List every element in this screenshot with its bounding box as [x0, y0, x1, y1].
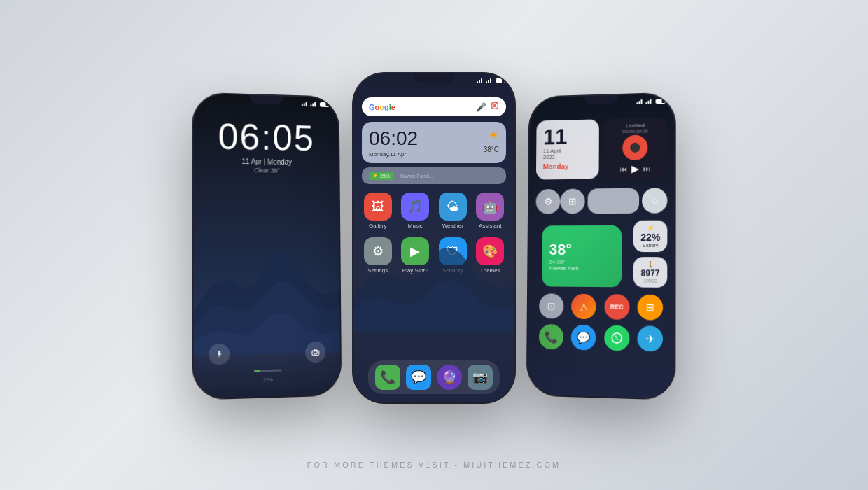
widgets-row3: 38° 24-38° Nawde Park ⚡ 22% Battery 🚶: [528, 217, 675, 287]
lock-weather: Clear 38°: [193, 166, 338, 175]
battery-label: Battery: [643, 243, 658, 248]
widget-month-year: 11 April 2022: [543, 147, 592, 160]
lock-battery-pct: 22%: [263, 377, 273, 382]
weather-icon: 🌤: [439, 192, 467, 220]
wifi-name: Nawde Famil...: [400, 174, 433, 178]
watermark-text: FOR MORE THEMES V1SIT - MIUITHEMEZ.COM: [0, 461, 868, 469]
app-gallery[interactable]: 🖼 Gallery: [362, 192, 394, 229]
app-grid-row1: 🖼 Gallery 🎵 Music 🌤 Weather 🤖 Assistant: [354, 187, 514, 234]
google-search-bar[interactable]: Google 🎤: [362, 97, 506, 116]
dock-messages[interactable]: 💬: [406, 365, 431, 390]
left-phone: 06:05 11 Apr | Monday Clear 38° 22%: [193, 94, 340, 399]
steps-widget: 🚶 8977 10000: [634, 257, 667, 288]
assistant-icon: 🤖: [476, 192, 504, 220]
screen-btn[interactable]: ⊡: [539, 293, 564, 318]
lock-bottom-controls: 22%: [194, 342, 340, 385]
music-label: Music: [408, 223, 423, 229]
home-mountains-bg: [354, 234, 514, 332]
telegram-btn[interactable]: ✈: [638, 326, 664, 351]
app-weather[interactable]: 🌤 Weather: [437, 192, 469, 229]
phone-btn[interactable]: 📞: [539, 324, 564, 350]
music-icon: 🎵: [401, 192, 429, 220]
sun-icon: ☀: [488, 127, 499, 143]
app-music[interactable]: 🎵 Music: [400, 192, 432, 229]
lock-quick-actions: [209, 342, 326, 365]
signal-icons: [302, 101, 331, 107]
weather-temp: 38°: [549, 241, 579, 259]
drive-btn[interactable]: △: [571, 294, 596, 320]
settings-widget-btn[interactable]: ⚙: [536, 189, 561, 214]
assistant-label: Assistant: [479, 223, 501, 229]
music-widget: Untitled 00:00:00:00 ⏮ ▶ ⏭: [603, 118, 668, 178]
lock-screen: 06:05 11 Apr | Monday Clear 38° 22%: [193, 94, 340, 399]
widgets-apps-row1: ⊡ △ REC ⊞: [528, 290, 675, 323]
notch-center: [413, 74, 455, 83]
weather-label: Weather: [442, 223, 463, 229]
music-record-icon: [623, 134, 648, 160]
dash-widget-btn[interactable]: ⊞: [560, 189, 584, 214]
calc-btn[interactable]: ⊞: [638, 295, 664, 321]
gallery-icon: 🖼: [364, 192, 392, 220]
mic-icon[interactable]: 🎤: [476, 102, 486, 112]
google-logo: Google: [369, 103, 396, 111]
notch-left: [249, 95, 284, 104]
right-phone: 11 11 April 2022 Monday Untitled 00:00:0…: [528, 94, 675, 399]
center-signal: [477, 78, 507, 83]
lens-icon[interactable]: [491, 102, 499, 112]
circle-widget-btn[interactable]: ○: [642, 188, 667, 214]
app-assistant[interactable]: 🤖 Assistant: [475, 192, 507, 229]
right-signal: [636, 98, 667, 104]
widget-temp: 38°C: [484, 146, 499, 153]
whatsapp-btn[interactable]: [604, 325, 629, 351]
mountains-bg: [193, 227, 340, 356]
widget-time: 06:02: [369, 127, 418, 150]
wide-empty-widget: [587, 188, 639, 214]
clock-weather-widget: 06:02 Monday,11 Apr ☀ 38°C: [362, 122, 506, 163]
music-controls: ⏮ ▶ ⏭: [620, 162, 650, 174]
svg-point-0: [314, 351, 317, 354]
lock-battery-bar: [254, 369, 282, 372]
widget-day-name: Monday: [543, 162, 592, 171]
widget-day-number: 11: [543, 125, 592, 148]
battery-pct-display: 22%: [640, 232, 660, 243]
steps-count: 8977: [641, 268, 660, 278]
widget-date: Monday,11 Apr: [369, 151, 418, 158]
gallery-label: Gallery: [369, 223, 386, 229]
forward-button[interactable]: ⏭: [643, 164, 650, 172]
rec-btn[interactable]: REC: [604, 294, 629, 320]
center-phone: Google 🎤 06:02 Monday,11 Apr ☀ 38°C: [354, 74, 514, 402]
battery-widget-row: ⚡ 25% Nawde Famil...: [362, 167, 506, 184]
music-time: 00:00:00:00: [622, 128, 648, 134]
weather-location: Nawde Park: [549, 265, 579, 272]
battery-widget: ⚡ 22% Battery: [634, 220, 667, 253]
narrow-widgets-col: ⚡ 22% Battery 🚶 8977 10000: [634, 220, 667, 288]
home-screen: Google 🎤 06:02 Monday,11 Apr ☀ 38°C: [354, 74, 514, 402]
weather-range: 24-38°: [549, 259, 579, 265]
camera-button[interactable]: [305, 342, 326, 363]
play-button[interactable]: ▶: [631, 163, 639, 174]
lock-battery-fill: [254, 370, 260, 372]
widgets-top-grid: 11 11 April 2022 Monday Untitled 00:00:0…: [529, 104, 675, 186]
lock-time-display: 06:05 11 Apr | Monday Clear 38°: [193, 118, 338, 175]
lock-clock: 06:05: [193, 118, 338, 157]
lock-date: 11 Apr | Monday: [193, 157, 338, 167]
dock-browser[interactable]: 🔮: [437, 365, 462, 390]
small-apps-row: ⚙ ⊞ ○: [529, 183, 675, 218]
app-dock: 📞 💬 🔮 📷: [368, 360, 500, 394]
phones-container: 06:05 11 Apr | Monday Clear 38° 22%: [194, 80, 674, 410]
dock-phone[interactable]: 📞: [375, 365, 400, 390]
rewind-button[interactable]: ⏮: [620, 164, 627, 172]
msg-btn[interactable]: 💬: [571, 325, 596, 351]
steps-goal: 10000: [643, 278, 657, 283]
weather-large-widget: 38° 24-38° Nawde Park: [542, 225, 622, 287]
widgets-apps-row2: 📞 💬 ✈: [528, 321, 674, 355]
dock-camera[interactable]: 📷: [468, 365, 493, 390]
flashlight-button[interactable]: [209, 344, 230, 365]
widget-weather-right: ☀ 38°C: [484, 127, 499, 153]
date-widget: 11 11 April 2022 Monday: [536, 119, 599, 179]
widget-clock: 06:02 Monday,11 Apr: [369, 127, 418, 158]
battery-indicator: ⚡ 25%: [369, 172, 393, 180]
widgets-screen: 11 11 April 2022 Monday Untitled 00:00:0…: [528, 94, 675, 399]
